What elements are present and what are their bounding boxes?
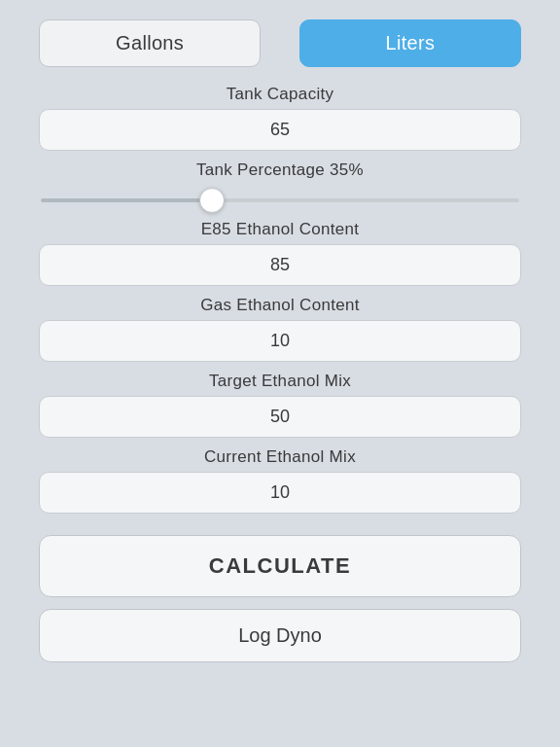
target-ethanol-label: Target Ethanol Mix	[39, 372, 521, 391]
tank-capacity-group: Tank Capacity	[39, 85, 521, 151]
calculate-button[interactable]: CALCULATE	[39, 535, 521, 597]
tank-capacity-input[interactable]	[39, 109, 521, 151]
unit-toggle: Gallons Liters	[39, 19, 521, 67]
tank-percentage-label: Tank Percentage 35%	[39, 160, 521, 180]
liters-button[interactable]: Liters	[299, 19, 521, 67]
tank-percentage-slider[interactable]	[41, 198, 519, 202]
target-ethanol-input[interactable]	[39, 396, 521, 438]
gallons-button[interactable]: Gallons	[39, 19, 261, 67]
tank-capacity-label: Tank Capacity	[39, 85, 521, 104]
gas-ethanol-label: Gas Ethanol Content	[39, 296, 521, 315]
e85-ethanol-group: E85 Ethanol Content	[39, 220, 521, 286]
current-ethanol-group: Current Ethanol Mix	[39, 447, 521, 514]
current-ethanol-label: Current Ethanol Mix	[39, 447, 521, 467]
target-ethanol-group: Target Ethanol Mix	[39, 372, 521, 438]
e85-ethanol-label: E85 Ethanol Content	[39, 220, 521, 239]
current-ethanol-input[interactable]	[39, 472, 521, 514]
tank-percentage-group: Tank Percentage 35%	[39, 160, 521, 210]
tank-percentage-slider-container	[39, 185, 521, 210]
log-dyno-button[interactable]: Log Dyno	[39, 609, 521, 662]
gas-ethanol-input[interactable]	[39, 320, 521, 362]
gas-ethanol-group: Gas Ethanol Content	[39, 296, 521, 362]
e85-ethanol-input[interactable]	[39, 244, 521, 286]
